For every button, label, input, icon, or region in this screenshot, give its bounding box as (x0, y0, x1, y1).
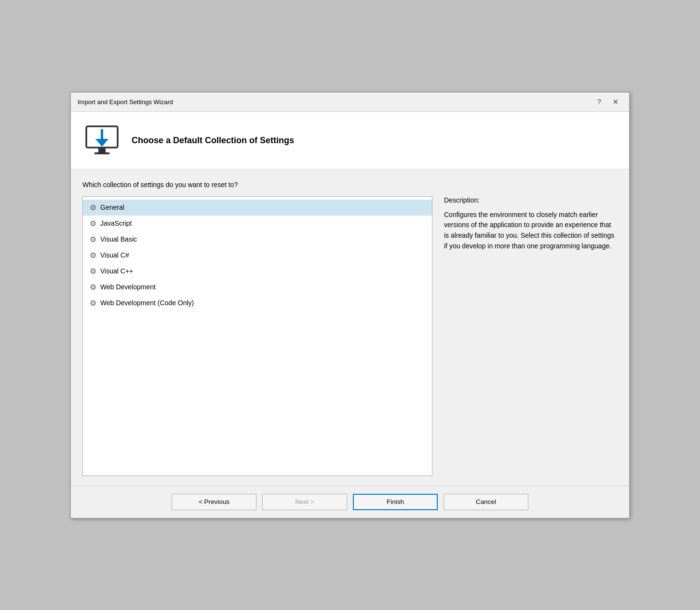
svg-rect-2 (94, 152, 109, 154)
list-item-label: Web Development (Code Only) (100, 299, 194, 307)
svg-marker-4 (95, 139, 108, 147)
next-button[interactable]: Next > (262, 494, 347, 510)
list-item-general[interactable]: ⚙General (83, 200, 432, 216)
previous-button[interactable]: < Previous (172, 494, 256, 510)
list-item-web-development-code-only[interactable]: ⚙Web Development (Code Only) (83, 295, 432, 311)
gear-icon: ⚙ (90, 235, 96, 244)
window-title: Import and Export Settings Wizard (78, 98, 173, 106)
description-panel: Description: Configures the environment … (444, 196, 618, 476)
main-content: Which collection of settings do you want… (71, 169, 629, 486)
monitor-icon (82, 122, 121, 160)
list-item-visual-basic[interactable]: ⚙Visual Basic (83, 231, 432, 247)
list-item-label: JavaScript (100, 219, 132, 227)
cancel-button[interactable]: Cancel (444, 494, 528, 510)
gear-icon: ⚙ (90, 267, 96, 276)
description-label: Description: (444, 196, 618, 204)
gear-icon: ⚙ (90, 283, 96, 292)
question-text: Which collection of settings do you want… (82, 181, 618, 189)
wizard-footer: < Previous Next > Finish Cancel (71, 486, 629, 518)
settings-list[interactable]: ⚙General⚙JavaScript⚙Visual Basic⚙Visual … (82, 196, 432, 476)
gear-icon: ⚙ (90, 251, 96, 260)
gear-icon: ⚙ (90, 298, 96, 308)
title-bar-buttons: ? ✕ (592, 95, 622, 108)
wizard-window: Import and Export Settings Wizard ? ✕ Ch… (70, 92, 630, 518)
gear-icon: ⚙ (90, 203, 96, 212)
list-item-label: General (100, 203, 124, 211)
list-item-visual-csharp[interactable]: ⚙Visual C# (83, 247, 432, 263)
list-item-web-development[interactable]: ⚙Web Development (83, 279, 432, 295)
list-item-label: Visual C# (100, 251, 129, 259)
title-bar: Import and Export Settings Wizard ? ✕ (71, 93, 629, 112)
list-item-label: Visual Basic (100, 235, 137, 243)
description-text: Configures the environment to closely ma… (444, 210, 618, 252)
list-item-visual-cpp[interactable]: ⚙Visual C++ (83, 263, 432, 279)
help-button[interactable]: ? (592, 95, 606, 108)
gear-icon: ⚙ (90, 219, 96, 228)
content-row: ⚙General⚙JavaScript⚙Visual Basic⚙Visual … (82, 196, 618, 476)
list-item-label: Visual C++ (100, 267, 133, 275)
svg-rect-1 (98, 148, 106, 152)
finish-button[interactable]: Finish (353, 494, 438, 510)
list-item-label: Web Development (100, 283, 156, 291)
title-bar-left: Import and Export Settings Wizard (78, 98, 173, 106)
wizard-header: Choose a Default Collection of Settings (71, 112, 629, 169)
list-item-javascript[interactable]: ⚙JavaScript (83, 216, 432, 231)
page-title: Choose a Default Collection of Settings (132, 136, 294, 146)
close-button[interactable]: ✕ (609, 95, 622, 108)
